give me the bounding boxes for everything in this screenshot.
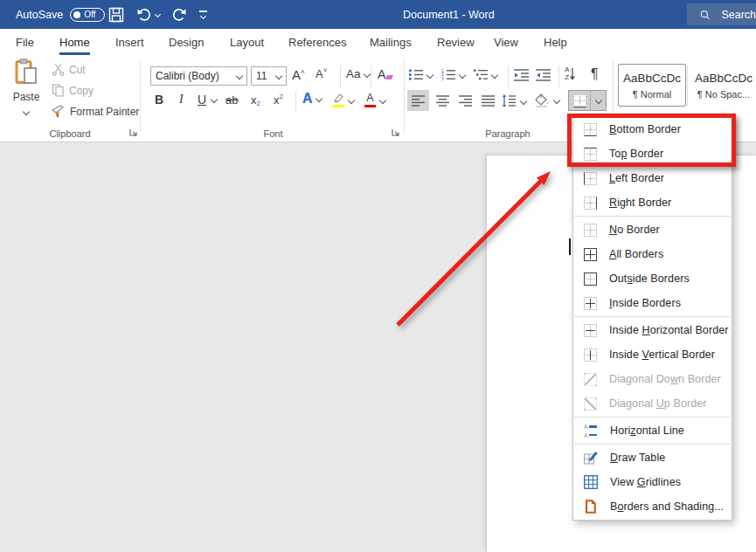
change-case-button[interactable]: Aa (346, 68, 370, 80)
tab-help[interactable]: Help (544, 29, 567, 55)
cut-scissors-icon (52, 63, 65, 76)
title-bar: AutoSave Off (0, 0, 756, 29)
style-card-normal[interactable]: AaBbCcDc ¶ Normal (618, 64, 686, 107)
menu-item-view-gridlines[interactable]: View Gridlines (573, 470, 732, 494)
save-button[interactable] (108, 7, 124, 23)
menu-item-right-border[interactable]: Right Border (573, 190, 732, 215)
chevron-down-icon[interactable] (459, 71, 466, 78)
menu-item-inside-horizontal-border[interactable]: Inside Horizontal Border (573, 318, 732, 342)
font-name-combobox[interactable]: Calibri (Body) (150, 66, 247, 86)
customize-quick-access-toolbar-button[interactable] (199, 10, 207, 18)
bold-button[interactable]: B (155, 93, 163, 106)
font-size-combobox[interactable]: 11 (251, 66, 287, 86)
border-none-icon (584, 224, 597, 237)
border-outside-icon (584, 273, 597, 286)
tab-insert[interactable]: Insert (115, 29, 144, 55)
text-cursor (569, 238, 571, 255)
horizontal-line-icon: A A (584, 424, 598, 438)
undo-button[interactable] (136, 7, 160, 22)
bar-icon (199, 10, 207, 12)
tab-file[interactable]: File (16, 29, 34, 55)
save-icon (108, 7, 124, 23)
tab-design[interactable]: Design (169, 29, 204, 55)
clear-formatting-button[interactable]: A (378, 68, 392, 80)
copy-icon (52, 84, 65, 97)
align-left-icon (412, 95, 425, 107)
tab-layout[interactable]: Layout (230, 29, 264, 55)
subscript-button[interactable]: x2 (251, 94, 260, 106)
redo-button[interactable] (172, 7, 187, 22)
border-right-icon (584, 197, 597, 210)
menu-item-borders-and-shading[interactable]: Borders and Shading... (573, 494, 732, 519)
chevron-down-icon (594, 97, 601, 104)
increase-indent-button[interactable] (536, 69, 551, 81)
chevron-down-icon[interactable] (491, 71, 498, 78)
chevron-down-icon[interactable] (520, 97, 527, 104)
tab-references[interactable]: References (288, 29, 346, 55)
chevron-down-icon[interactable] (427, 71, 433, 78)
undo-dropdown-icon[interactable] (155, 11, 161, 17)
multilevel-list-icon (474, 68, 489, 81)
justify-button[interactable] (477, 90, 499, 111)
tab-mailings[interactable]: Mailings (370, 29, 412, 55)
clipboard-dialog-launcher[interactable] (128, 128, 139, 138)
menu-item-all-borders[interactable]: All Borders (573, 242, 732, 266)
show-hide-formatting-button[interactable]: ¶ (591, 66, 599, 82)
search-box[interactable]: Search (687, 3, 756, 25)
font-group-label: Font (144, 128, 402, 139)
chevron-down-icon[interactable] (315, 95, 322, 102)
paste-dropdown-icon[interactable] (23, 108, 30, 115)
align-center-button[interactable] (432, 90, 454, 111)
menu-item-inside-borders[interactable]: Inside Borders (573, 291, 732, 315)
autosave-toggle[interactable]: Off (70, 8, 105, 22)
align-left-button[interactable] (407, 90, 429, 111)
menu-item-diagonal-down-border: Diagonal Down Border (573, 367, 732, 391)
numbering-button[interactable]: 1 2 3 (441, 68, 465, 81)
style-card-no-spacing[interactable]: AaBbCcDc ¶ No Spac... (690, 64, 756, 107)
text-highlight-color-button[interactable] (332, 93, 354, 107)
menu-item-left-border[interactable]: Left Border (573, 166, 732, 190)
decrease-indent-button[interactable] (514, 69, 530, 81)
paste-button[interactable]: Paste (6, 59, 46, 127)
chevron-down-icon[interactable] (211, 96, 218, 103)
shading-button[interactable] (534, 93, 559, 107)
font-dialog-launcher[interactable] (391, 128, 401, 138)
menu-separator (574, 444, 731, 445)
menu-item-draw-table[interactable]: Draw Table (573, 445, 732, 470)
underline-button[interactable]: U (198, 93, 217, 106)
view-gridlines-icon (584, 475, 598, 489)
align-right-icon (459, 95, 472, 107)
chevron-down-icon[interactable] (236, 72, 243, 79)
font-color-bar (364, 105, 376, 107)
bullets-button[interactable] (409, 68, 433, 81)
font-color-button[interactable]: A (364, 93, 385, 107)
multilevel-list-button[interactable] (474, 68, 497, 81)
menu-item-outside-borders[interactable]: Outside Borders (573, 266, 732, 291)
tab-view[interactable]: View (494, 29, 518, 55)
chevron-down-icon[interactable] (379, 97, 386, 104)
menu-item-horizontal-line[interactable]: A A Horizontal Line (573, 418, 732, 443)
menu-separator (574, 417, 731, 417)
superscript-button[interactable]: x2 (274, 94, 283, 106)
strikethrough-button[interactable]: ab (225, 94, 238, 106)
border-inside-icon (584, 297, 597, 310)
tab-review[interactable]: Review (437, 29, 475, 55)
menu-item-inside-vertical-border[interactable]: Inside Vertical Border (573, 342, 732, 367)
chevron-down-icon[interactable] (275, 72, 282, 79)
tab-home[interactable]: Home (59, 29, 90, 55)
chevron-down-icon[interactable] (348, 96, 355, 103)
format-painter-button[interactable]: Format Painter (52, 105, 139, 119)
italic-button[interactable]: I (179, 93, 184, 106)
eraser-icon (385, 75, 393, 79)
line-spacing-button[interactable] (502, 94, 526, 107)
borders-dropdown-arrow[interactable] (590, 91, 606, 110)
format-painter-brush-icon (52, 105, 66, 119)
menu-item-no-border[interactable]: No Border (573, 217, 732, 242)
grow-font-button[interactable]: A˄ (292, 68, 305, 81)
shrink-font-button[interactable]: A˅ (316, 68, 327, 79)
borders-button[interactable] (568, 90, 607, 111)
chevron-down-icon[interactable] (553, 97, 560, 104)
sort-button[interactable]: A Z (565, 66, 576, 82)
align-right-button[interactable] (454, 90, 476, 111)
text-effects-button[interactable]: A (302, 92, 322, 106)
